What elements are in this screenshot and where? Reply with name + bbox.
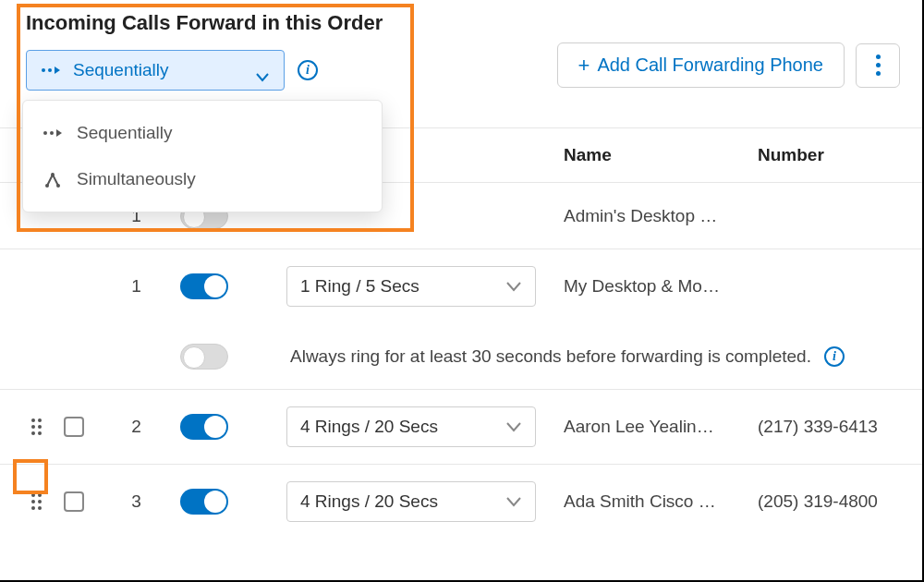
plus-icon: +	[578, 55, 590, 76]
active-toggle[interactable]	[180, 273, 228, 299]
mode-option-label: Sequentially	[77, 123, 173, 143]
name-value: Aaron Lee Yealin…	[564, 417, 758, 437]
table-row: 2 4 Rings / 20 Secs Aaron Lee Yealin… (2…	[0, 390, 922, 465]
add-call-forwarding-button[interactable]: + Add Call Forwarding Phone	[557, 42, 845, 88]
active-toggle[interactable]	[180, 414, 228, 440]
min-ring-note-row: Always ring for at least 30 seconds befo…	[0, 323, 922, 390]
kebab-icon	[876, 55, 881, 76]
active-toggle[interactable]	[180, 489, 228, 515]
chevron-down-icon	[505, 276, 522, 297]
add-button-label: Add Call Forwarding Phone	[597, 55, 823, 76]
sequential-icon	[42, 65, 60, 76]
order-value: 1	[92, 276, 180, 297]
ring-value: 4 Rings / 20 Secs	[300, 417, 438, 437]
ring-value: 1 Ring / 5 Secs	[300, 276, 419, 297]
order-value: 3	[92, 491, 180, 512]
mode-option-simultaneously[interactable]: Simultaneously	[23, 156, 382, 202]
page-title: Incoming Calls Forward in this Order	[26, 11, 383, 35]
row-checkbox[interactable]	[64, 491, 84, 512]
ring-duration-select[interactable]: 1 Ring / 5 Secs	[286, 266, 536, 307]
drag-handle-icon[interactable]	[31, 493, 46, 510]
mode-option-sequentially[interactable]: Sequentially	[23, 110, 382, 156]
info-icon[interactable]: i	[298, 60, 318, 80]
col-name: Name	[564, 145, 758, 165]
more-actions-button[interactable]	[856, 43, 900, 88]
table-row: 3 4 Rings / 20 Secs Ada Smith Cisco … (2…	[0, 465, 922, 539]
number-value: (217) 339-6413	[758, 417, 900, 437]
chevron-down-icon	[505, 417, 522, 437]
simultaneous-icon	[43, 172, 62, 187]
name-value: Admin's Desktop …	[564, 206, 758, 226]
min-ring-note: Always ring for at least 30 seconds befo…	[286, 346, 811, 367]
info-icon[interactable]: i	[824, 346, 845, 367]
svg-point-2	[51, 173, 55, 176]
forward-mode-value: Sequentially	[73, 60, 243, 80]
chevron-down-icon	[505, 491, 522, 512]
ring-duration-select[interactable]: 4 Rings / 20 Secs	[286, 406, 536, 447]
name-value: Ada Smith Cisco …	[564, 491, 758, 512]
chevron-down-icon	[256, 67, 269, 76]
ring-duration-select[interactable]: 4 Rings / 20 Secs	[286, 481, 536, 522]
ring-value: 4 Rings / 20 Secs	[300, 491, 438, 512]
order-value: 2	[92, 417, 180, 437]
svg-point-0	[45, 184, 49, 188]
drag-handle-icon[interactable]	[31, 418, 46, 435]
col-number: Number	[758, 145, 900, 165]
forward-mode-dropdown: Sequentially Simultaneously	[22, 100, 383, 212]
table-row: 1 1 Ring / 5 Secs My Desktop & Mo…	[0, 249, 922, 323]
number-value: (205) 319-4800	[758, 491, 900, 512]
row-checkbox[interactable]	[64, 417, 84, 437]
forward-mode-select[interactable]: Sequentially	[26, 50, 285, 91]
name-value: My Desktop & Mo…	[564, 276, 758, 297]
sequential-icon	[43, 127, 62, 139]
min-ring-toggle[interactable]	[180, 344, 228, 370]
mode-option-label: Simultaneously	[77, 169, 196, 189]
svg-point-1	[56, 184, 60, 188]
